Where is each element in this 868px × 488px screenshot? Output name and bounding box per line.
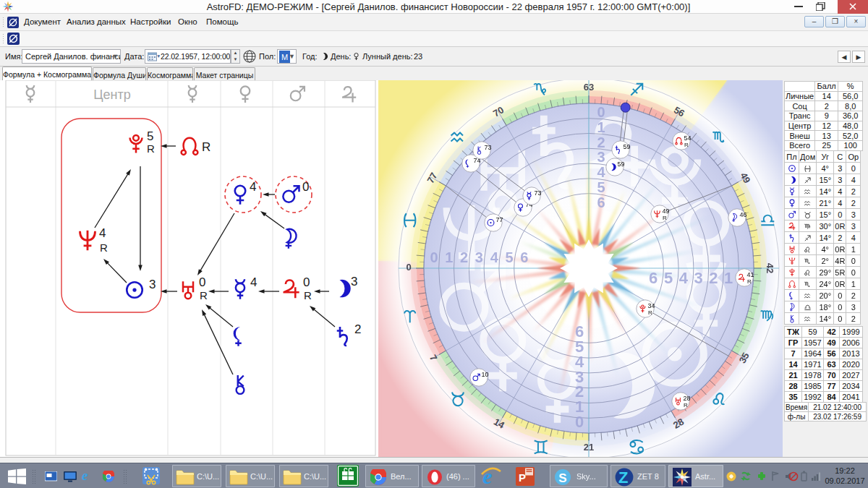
svg-text:42: 42 (765, 263, 775, 273)
svg-text:0: 0 (302, 180, 309, 194)
svg-text:Центр: Центр (93, 87, 131, 102)
svg-text:0: 0 (303, 275, 310, 289)
svg-text:R: R (684, 142, 689, 148)
svg-text:R: R (684, 402, 688, 408)
svg-text:59: 59 (618, 160, 625, 168)
svg-text:R: R (304, 289, 312, 301)
svg-text:0: 0 (406, 262, 411, 273)
svg-text:49: 49 (663, 207, 670, 215)
svg-text:5: 5 (147, 129, 153, 143)
svg-text:1: 1 (445, 249, 453, 265)
svg-text:R: R (100, 241, 108, 254)
svg-text:10: 10 (482, 371, 489, 378)
svg-text:R: R (202, 140, 210, 154)
svg-text:4: 4 (679, 269, 689, 287)
svg-text:5: 5 (664, 269, 673, 287)
svg-text:4: 4 (597, 164, 605, 180)
svg-text:5: 5 (597, 179, 605, 195)
svg-text:S: S (558, 471, 566, 485)
svg-text:6: 6 (575, 322, 584, 341)
svg-text:5: 5 (505, 249, 513, 265)
svg-text:R: R (147, 142, 155, 155)
svg-text:4: 4 (250, 180, 256, 194)
svg-text:4: 4 (99, 226, 106, 240)
svg-text:77: 77 (496, 216, 503, 223)
svg-text:R: R (747, 278, 752, 285)
svg-text:0: 0 (597, 104, 605, 120)
svg-text:3: 3 (351, 275, 357, 288)
svg-text:2: 2 (597, 134, 605, 150)
svg-text:1: 1 (597, 119, 605, 135)
svg-text:4: 4 (490, 249, 499, 265)
svg-text:R: R (663, 215, 667, 221)
svg-text:41: 41 (747, 271, 754, 278)
svg-text:63: 63 (584, 82, 594, 93)
svg-text:54: 54 (684, 134, 692, 142)
svg-text:6: 6 (520, 249, 528, 265)
svg-text:3: 3 (149, 278, 156, 291)
svg-text:46: 46 (740, 211, 747, 218)
svg-text:R: R (648, 309, 652, 316)
svg-text:3: 3 (597, 149, 605, 165)
svg-text:6: 6 (597, 194, 605, 210)
svg-text:4: 4 (250, 275, 257, 289)
svg-text:Z: Z (618, 468, 628, 487)
svg-text:21: 21 (584, 442, 594, 453)
svg-text:3: 3 (475, 249, 483, 265)
svg-text:28: 28 (684, 395, 691, 402)
svg-text:34: 34 (648, 302, 655, 309)
svg-text:0: 0 (430, 249, 438, 265)
svg-text:59: 59 (624, 143, 631, 150)
svg-text:73: 73 (535, 189, 542, 197)
svg-text:2: 2 (709, 269, 718, 287)
svg-text:73: 73 (485, 144, 492, 151)
svg-text:6: 6 (649, 269, 658, 287)
svg-text:2: 2 (460, 249, 468, 265)
svg-text:3: 3 (694, 269, 702, 287)
svg-text:0: 0 (199, 275, 205, 289)
svg-text:2: 2 (354, 322, 361, 336)
svg-text:R: R (200, 289, 208, 301)
svg-text:1: 1 (724, 269, 733, 287)
svg-text:P: P (519, 471, 526, 484)
